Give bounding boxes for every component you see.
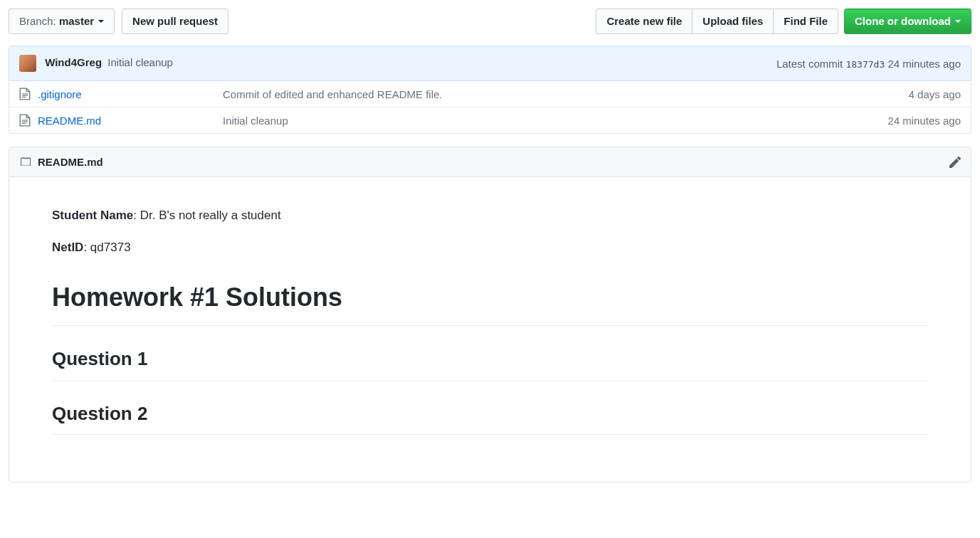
branch-name: master bbox=[59, 14, 94, 28]
file-name-link[interactable]: README.md bbox=[38, 115, 223, 127]
netid-value: : qd7373 bbox=[83, 241, 130, 254]
commit-message[interactable]: Initial cleanup bbox=[107, 56, 173, 68]
pencil-icon[interactable] bbox=[949, 157, 961, 168]
student-label: Student Name bbox=[52, 209, 133, 222]
netid-line: NetID: qd7373 bbox=[52, 238, 928, 257]
heading-1: Homework #1 Solutions bbox=[52, 277, 928, 326]
new-pull-request-button[interactable]: New pull request bbox=[122, 9, 228, 34]
branch-select-button[interactable]: Branch: master bbox=[9, 9, 115, 34]
commit-info-left: Wind4Greg Initial cleanup bbox=[19, 55, 173, 72]
file-row: .gitignore Commit of edited and enhanced… bbox=[9, 81, 971, 107]
file-row: README.md Initial cleanup 24 minutes ago bbox=[9, 107, 971, 133]
heading-2: Question 1 bbox=[52, 344, 928, 381]
readme-header-left: README.md bbox=[19, 156, 103, 168]
clone-download-button[interactable]: Clone or download bbox=[844, 9, 971, 34]
commit-age: 24 minutes ago bbox=[887, 58, 961, 70]
toolbar-right: Create new file Upload files Find File C… bbox=[596, 9, 971, 34]
avatar[interactable] bbox=[19, 55, 36, 72]
book-icon bbox=[19, 157, 32, 168]
file-commit-message[interactable]: Initial cleanup bbox=[223, 115, 887, 127]
file-list: .gitignore Commit of edited and enhanced… bbox=[9, 81, 971, 134]
commit-author[interactable]: Wind4Greg bbox=[45, 56, 102, 68]
latest-commit-bar: Wind4Greg Initial cleanup Latest commit … bbox=[9, 46, 971, 81]
heading-2: Question 2 bbox=[52, 399, 928, 436]
file-age: 4 days ago bbox=[909, 88, 961, 100]
student-value: : Dr. B's not really a student bbox=[133, 209, 280, 222]
branch-label: Branch: bbox=[19, 14, 56, 28]
clone-label: Clone or download bbox=[855, 14, 951, 28]
create-new-file-button[interactable]: Create new file bbox=[596, 9, 692, 34]
commit-info-right: Latest commit 18377d3 24 minutes ago bbox=[776, 58, 961, 70]
repo-toolbar: Branch: master New pull request Create n… bbox=[9, 9, 971, 34]
file-name-link[interactable]: .gitignore bbox=[38, 88, 223, 100]
chevron-down-icon bbox=[955, 20, 961, 23]
latest-commit-label: Latest commit bbox=[776, 58, 843, 70]
upload-files-button[interactable]: Upload files bbox=[692, 9, 774, 34]
readme-header: README.md bbox=[9, 147, 971, 177]
toolbar-left: Branch: master New pull request bbox=[9, 9, 228, 34]
find-file-button[interactable]: Find File bbox=[773, 9, 838, 34]
file-actions-group: Create new file Upload files Find File bbox=[596, 9, 838, 34]
netid-label: NetID bbox=[52, 241, 83, 254]
file-age: 24 minutes ago bbox=[887, 115, 961, 127]
commit-sha[interactable]: 18377d3 bbox=[845, 59, 885, 70]
file-icon bbox=[19, 88, 31, 100]
readme-content: Student Name: Dr. B's not really a stude… bbox=[9, 177, 971, 482]
student-line: Student Name: Dr. B's not really a stude… bbox=[52, 206, 928, 225]
readme-filename: README.md bbox=[38, 156, 103, 168]
readme-box: README.md Student Name: Dr. B's not real… bbox=[9, 147, 971, 482]
file-icon bbox=[19, 114, 31, 127]
file-commit-message[interactable]: Commit of edited and enhanced README fil… bbox=[223, 88, 909, 100]
chevron-down-icon bbox=[98, 20, 104, 23]
